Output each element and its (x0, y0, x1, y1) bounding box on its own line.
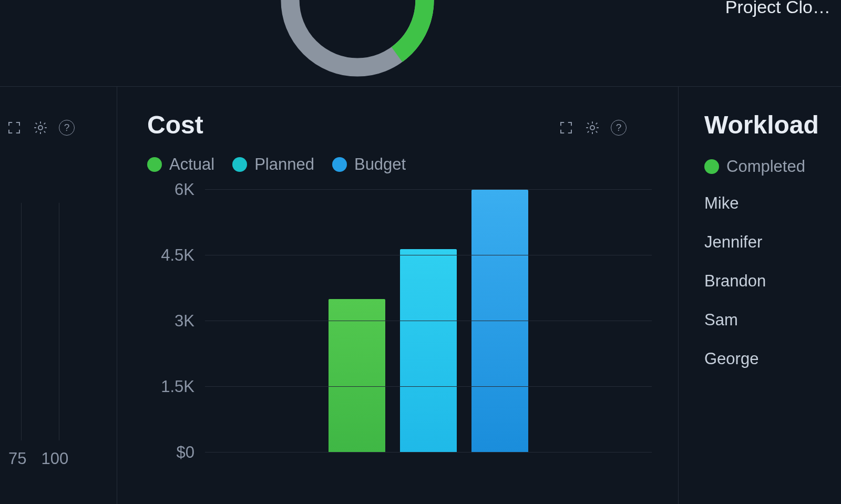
legend-item-budget[interactable]: Budget (332, 155, 406, 174)
bar-planned[interactable] (400, 249, 457, 453)
legend-dot-budget (332, 157, 347, 172)
expand-icon[interactable] (5, 119, 23, 137)
x-tick: 100 (41, 449, 68, 468)
row-divider (0, 86, 841, 87)
legend-label: Budget (354, 155, 406, 174)
workload-title: Workload (704, 110, 841, 139)
cost-title: Cost (147, 110, 652, 139)
cost-panel: Cost Actual Planned Budget 6K 4.5K 3K 1.… (147, 110, 652, 452)
project-label-truncated: Project Clo… (725, 0, 830, 17)
gear-icon[interactable] (32, 119, 49, 137)
svg-point-2 (38, 126, 43, 130)
left-chart-x-ticks: 75 100 (8, 449, 68, 468)
legend-item-planned[interactable]: Planned (232, 155, 314, 174)
gridline (205, 189, 652, 190)
legend-dot-planned (232, 157, 247, 172)
workload-person[interactable]: Mike (704, 194, 841, 213)
gridline (205, 255, 652, 255)
legend-label: Planned (254, 155, 314, 174)
legend-dot-completed (704, 159, 719, 174)
gridline (205, 452, 652, 452)
panel-left-icon-row: ? (5, 119, 76, 137)
col-divider-right (678, 86, 679, 504)
bar-actual[interactable] (329, 299, 385, 452)
x-tick: 75 (8, 449, 26, 468)
donut-progress (273, 0, 442, 84)
bars-container (205, 190, 652, 452)
workload-panel: Workload Completed MikeJenniferBrandonSa… (704, 110, 841, 368)
gridline (205, 386, 652, 387)
legend-label: Completed (726, 157, 805, 176)
workload-legend[interactable]: Completed (704, 157, 841, 176)
col-divider-left (117, 86, 117, 504)
help-icon[interactable]: ? (58, 119, 76, 137)
legend-item-actual[interactable]: Actual (147, 155, 214, 174)
legend-label: Actual (169, 155, 214, 174)
workload-person[interactable]: Jennifer (704, 233, 841, 252)
plot-area (205, 190, 652, 452)
workload-person[interactable]: Sam (704, 311, 841, 330)
left-chart-axis-stubs (21, 203, 59, 440)
legend-dot-actual (147, 157, 162, 172)
workload-person[interactable]: George (704, 349, 841, 368)
cost-chart: 6K 4.5K 3K 1.5K $0 (147, 190, 652, 452)
workload-people-list: MikeJenniferBrandonSamGeorge (704, 194, 841, 368)
y-axis: 6K 4.5K 3K 1.5K $0 (147, 190, 205, 452)
cost-legend: Actual Planned Budget (147, 155, 652, 174)
workload-person[interactable]: Brandon (704, 272, 841, 291)
bar-budget[interactable] (471, 190, 528, 452)
gridline (205, 321, 652, 321)
